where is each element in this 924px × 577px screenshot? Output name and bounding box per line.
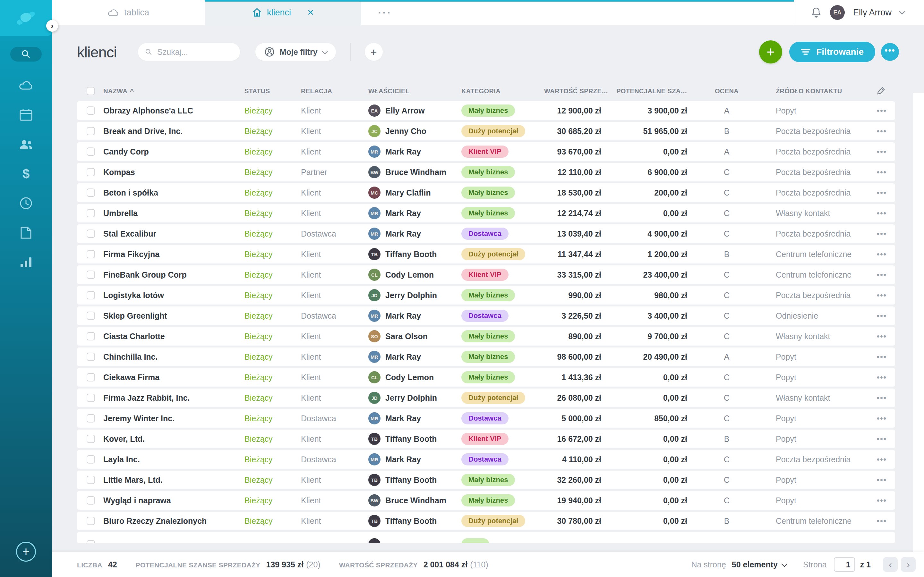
row-checkbox[interactable] [87, 435, 95, 443]
column-header-ocena[interactable]: OCENA [687, 87, 766, 95]
column-header-kategoria[interactable]: KATEGORIA [461, 87, 544, 95]
table-row[interactable]: FineBank Group Corp Bieżący Klient CL Co… [77, 266, 895, 284]
row-checkbox[interactable] [87, 127, 95, 135]
table-row-partial[interactable]: TB ••• [77, 532, 895, 543]
table-row[interactable]: Break and Drive, Inc. Bieżący Klient JC … [77, 122, 895, 140]
row-menu-button[interactable]: ••• [857, 455, 895, 464]
column-header-status[interactable]: STATUS [244, 87, 301, 95]
app-logo[interactable] [0, 0, 52, 36]
sidebar-item-contacts[interactable] [0, 129, 52, 159]
row-checkbox[interactable] [87, 414, 95, 422]
sidebar-add-button[interactable]: + [16, 542, 36, 562]
table-row[interactable]: Layla Inc. Bieżący Dostawca MR Mark Ray … [77, 450, 895, 469]
table-row[interactable]: Candy Corp Bieżący Klient MR Mark Ray Kl… [77, 142, 895, 161]
column-header-nazwa[interactable]: NAZWA^ [103, 87, 244, 95]
next-page-button[interactable]: › [901, 557, 916, 572]
column-header-potencjalne[interactable]: POTENCJALNE SZA… [601, 87, 687, 95]
bell-icon[interactable] [811, 7, 822, 18]
row-menu-button[interactable]: ••• [857, 311, 895, 320]
sidebar-item-documents[interactable] [0, 218, 52, 247]
row-checkbox[interactable] [87, 291, 95, 300]
table-row[interactable]: Chinchilla Inc. Bieżący Klient MR Mark R… [77, 348, 895, 366]
table-row[interactable]: Ciasta Charlotte Bieżący Klient SO Sara … [77, 327, 895, 346]
table-row[interactable]: Stal Excalibur Bieżący Dostawca MR Mark … [77, 224, 895, 243]
search-input[interactable] [157, 47, 233, 57]
row-checkbox[interactable] [87, 476, 95, 484]
table-row[interactable]: Logistyka lotów Bieżący Klient JD Jerry … [77, 286, 895, 305]
table-row[interactable]: Sklep Greenlight Bieżący Dostawca MR Mar… [77, 306, 895, 325]
close-icon[interactable]: ✕ [307, 8, 314, 18]
per-page-select[interactable]: 50 elementy [732, 560, 787, 569]
row-menu-button[interactable]: ••• [857, 352, 895, 361]
row-menu-button[interactable]: ••• [857, 540, 895, 543]
row-menu-button[interactable]: ••• [857, 496, 895, 505]
table-row[interactable]: TB ••• [77, 532, 895, 543]
add-record-button[interactable]: + [759, 40, 782, 63]
row-menu-button[interactable]: ••• [857, 332, 895, 341]
row-menu-button[interactable]: ••• [857, 168, 895, 177]
add-view-button[interactable]: + [365, 43, 383, 61]
more-actions-button[interactable]: ••• [881, 43, 899, 61]
row-menu-button[interactable]: ••• [857, 434, 895, 443]
row-menu-button[interactable]: ••• [857, 393, 895, 402]
row-menu-button[interactable]: ••• [857, 250, 895, 259]
row-menu-button[interactable]: ••• [857, 373, 895, 382]
table-row[interactable]: Ciekawa Firma Bieżący Klient CL Cody Lem… [77, 368, 895, 387]
sidebar-item-sales[interactable]: $ [0, 159, 52, 189]
row-checkbox[interactable] [87, 394, 95, 402]
page-input[interactable] [834, 557, 855, 572]
sidebar-item-reports[interactable] [0, 247, 52, 277]
row-checkbox[interactable] [87, 517, 95, 525]
sidebar-item-board[interactable] [0, 71, 52, 100]
row-checkbox[interactable] [87, 353, 95, 361]
user-menu[interactable]: EA Elly Arrow [794, 0, 924, 25]
row-menu-button[interactable]: ••• [857, 475, 895, 484]
tab-klienci[interactable]: klienci ✕ [205, 0, 361, 25]
sidebar-search-button[interactable] [10, 47, 42, 61]
row-checkbox[interactable] [87, 311, 95, 320]
avatar[interactable]: EA [830, 5, 845, 20]
edit-columns-button[interactable] [857, 86, 895, 96]
row-menu-button[interactable]: ••• [857, 127, 895, 135]
row-checkbox[interactable] [87, 229, 95, 238]
more-tabs-button[interactable]: ··· [378, 6, 392, 19]
table-row[interactable]: Umbrella Bieżący Klient MR Mark Ray Mały… [77, 204, 895, 222]
row-checkbox[interactable] [87, 168, 95, 176]
table-row[interactable]: Firma Fikcyjna Bieżący Klient TB Tiffany… [77, 245, 895, 263]
table-row[interactable]: Wygląd i naprawa Bieżący Klient BW Bruce… [77, 491, 895, 510]
table-row[interactable]: Kover, Ltd. Bieżący Klient TB Tiffany Bo… [77, 430, 895, 448]
table-row[interactable]: Biuro Rzeczy Znalezionych Bieżący Klient… [77, 512, 895, 530]
row-checkbox[interactable] [87, 455, 95, 464]
row-checkbox[interactable] [87, 147, 95, 156]
row-checkbox[interactable] [87, 250, 95, 258]
table-row[interactable]: Jeremy Winter Inc. Bieżący Dostawca MR M… [77, 409, 895, 428]
row-menu-button[interactable]: ••• [857, 209, 895, 218]
sidebar-expand-button[interactable]: › [46, 20, 58, 32]
table-row[interactable]: Obrazy Alphonse'a LLC Bieżący Klient EA … [77, 101, 895, 120]
row-checkbox[interactable] [87, 540, 95, 543]
column-header-relacja[interactable]: RELACJA [301, 87, 368, 95]
row-checkbox[interactable] [87, 332, 95, 340]
sidebar-item-calendar[interactable] [0, 100, 52, 129]
my-filters-button[interactable]: Moje filtry [255, 43, 336, 61]
column-header-wartosc[interactable]: WARTOŚĆ SPRZE… [544, 87, 601, 95]
prev-page-button[interactable]: ‹ [883, 557, 898, 572]
table-row[interactable]: Beton i spółka Bieżący Klient MC Mary Cl… [77, 183, 895, 202]
column-header-zrodlo[interactable]: ŹRÓDŁO KONTAKTU [766, 87, 857, 95]
row-checkbox[interactable] [87, 271, 95, 279]
sidebar-item-history[interactable] [0, 189, 52, 218]
row-checkbox[interactable] [87, 209, 95, 218]
table-row[interactable]: Firma Jazz Rabbit, Inc. Bieżący Klient J… [77, 388, 895, 407]
row-menu-button[interactable]: ••• [857, 229, 895, 238]
search-box[interactable] [138, 43, 240, 61]
row-menu-button[interactable]: ••• [857, 270, 895, 279]
row-menu-button[interactable]: ••• [857, 106, 895, 115]
filter-button[interactable]: Filtrowanie [789, 42, 875, 62]
row-checkbox[interactable] [87, 373, 95, 382]
row-menu-button[interactable]: ••• [857, 516, 895, 525]
select-all-checkbox[interactable] [87, 87, 95, 95]
row-menu-button[interactable]: ••• [857, 291, 895, 300]
row-menu-button[interactable]: ••• [857, 414, 895, 423]
column-header-wlasciciel[interactable]: WŁAŚCICIEL [368, 87, 461, 95]
row-menu-button[interactable]: ••• [857, 147, 895, 156]
